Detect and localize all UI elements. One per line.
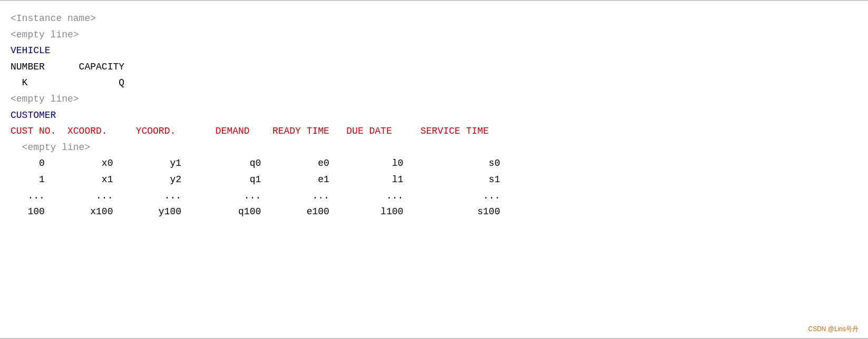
code-line-2: VEHICLE xyxy=(11,43,857,59)
code-line-4: K Q xyxy=(11,75,857,91)
code-line-7: CUST NO. XCOORD. YCOORD. DEMAND READY TI… xyxy=(11,123,857,139)
code-line-9: 0 x0 y1 q0 e0 l0 s0 xyxy=(11,155,857,172)
watermark-right: CSDN @Lins号丹 xyxy=(808,325,859,334)
code-line-1: <empty line> xyxy=(11,27,857,43)
code-line-0: <Instance name> xyxy=(11,11,857,27)
code-line-6: CUSTOMER xyxy=(11,107,857,124)
code-line-12: 100 x100 y100 q100 e100 l100 s100 xyxy=(11,204,857,220)
code-line-11: ... ... ... ... ... ... ... xyxy=(11,188,857,204)
code-line-8: <empty line> xyxy=(11,139,857,156)
main-content: <Instance name><empty line>VEHICLENUMBER… xyxy=(0,6,868,224)
code-line-10: 1 x1 y2 q1 e1 l1 s1 xyxy=(11,172,857,188)
code-line-5: <empty line> xyxy=(11,91,857,107)
code-line-3: NUMBER CAPACITY xyxy=(11,59,857,75)
